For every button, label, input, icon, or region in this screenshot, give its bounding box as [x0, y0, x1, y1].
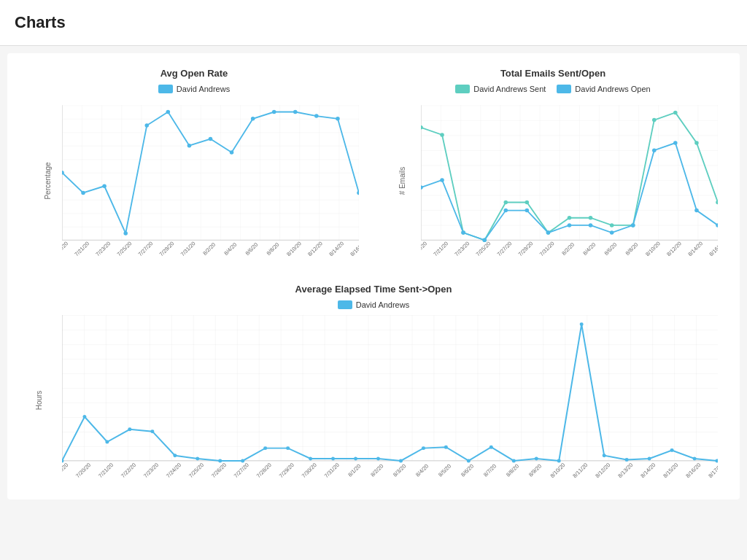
svg-text:8/4/20: 8/4/20: [222, 241, 238, 257]
svg-text:8/2/20: 8/2/20: [369, 463, 384, 478]
svg-text:8/6/20: 8/6/20: [460, 463, 475, 478]
svg-text:7/21/20: 7/21/20: [432, 240, 449, 257]
svg-point-137: [535, 457, 538, 461]
svg-text:8/4/20: 8/4/20: [581, 241, 597, 257]
svg-text:8/14/20: 8/14/20: [686, 240, 704, 257]
svg-point-20: [187, 144, 192, 148]
total-emails-y-label: # Emails: [398, 166, 406, 194]
avg-elapsed-svg: 138.89 125.00 111.11 97.22 83.33 69.44 5…: [62, 315, 718, 483]
svg-text:7/26/20: 7/26/20: [210, 462, 228, 479]
svg-point-78: [546, 230, 551, 235]
legend-item-david-andrews: David Andrews: [158, 85, 230, 93]
legend-color-open: [557, 85, 571, 93]
svg-text:8/3/20: 8/3/20: [392, 463, 407, 478]
svg-text:7/27/20: 7/27/20: [496, 240, 514, 257]
svg-text:7/19/20: 7/19/20: [62, 240, 69, 257]
svg-point-66: [610, 223, 614, 228]
svg-point-131: [399, 459, 403, 462]
svg-point-24: [272, 110, 276, 114]
svg-text:7/30/20: 7/30/20: [301, 462, 318, 479]
avg-open-rate-y-label: Percentage: [44, 162, 52, 199]
svg-text:7/31/20: 7/31/20: [179, 240, 197, 257]
svg-text:7/29/20: 7/29/20: [517, 240, 535, 257]
svg-text:7/25/20: 7/25/20: [187, 462, 205, 479]
svg-point-79: [568, 223, 572, 228]
svg-point-121: [173, 454, 177, 457]
legend-label-elapsed-david: David Andrews: [356, 300, 409, 309]
svg-point-25: [293, 110, 298, 114]
svg-text:8/16/20: 8/16/20: [684, 462, 702, 479]
legend-item-open: David Andrews Open: [557, 85, 650, 93]
avg-open-rate-wrapper: Percentage 100% 90% 80% 70% 60% 50: [62, 99, 359, 262]
svg-point-126: [286, 446, 290, 450]
svg-text:7/19/20: 7/19/20: [62, 462, 69, 479]
legend-item-elapsed-david: David Andrews: [338, 300, 409, 309]
svg-point-64: [568, 216, 572, 220]
svg-rect-0: [62, 105, 359, 240]
svg-text:8/14/20: 8/14/20: [328, 240, 345, 257]
svg-point-68: [652, 118, 657, 122]
legend-color-sent: [455, 85, 470, 93]
svg-point-65: [589, 216, 593, 220]
avg-elapsed-legend: David Andrews: [22, 300, 725, 309]
svg-point-123: [218, 459, 222, 462]
legend-label-david-andrews: David Andrews: [177, 85, 230, 93]
svg-text:8/10/20: 8/10/20: [644, 240, 662, 257]
svg-point-15: [81, 191, 85, 195]
svg-point-61: [503, 201, 508, 205]
avg-open-rate-title: Avg Open Rate: [22, 68, 366, 79]
svg-text:8/8/20: 8/8/20: [624, 241, 640, 257]
svg-point-27: [336, 117, 340, 121]
svg-text:8/13/20: 8/13/20: [616, 462, 634, 479]
svg-point-26: [314, 114, 319, 118]
svg-text:7/28/20: 7/28/20: [255, 462, 273, 479]
avg-elapsed-chart: Average Elapsed Time Sent->Open David An…: [22, 284, 725, 485]
svg-point-133: [444, 446, 448, 449]
svg-text:8/1/20: 8/1/20: [347, 463, 362, 478]
page-title: Charts: [15, 13, 732, 32]
svg-point-85: [694, 209, 699, 213]
svg-text:7/21/20: 7/21/20: [73, 240, 90, 257]
legend-item-sent: David Andrews Sent: [455, 85, 546, 93]
svg-text:7/22/20: 7/22/20: [120, 462, 137, 479]
legend-label-open: David Andrews Open: [575, 85, 650, 93]
svg-point-135: [489, 446, 493, 449]
svg-point-22: [230, 150, 234, 155]
svg-text:8/6/20: 8/6/20: [244, 241, 259, 257]
svg-text:7/23/20: 7/23/20: [453, 240, 471, 257]
svg-text:7/29/20: 7/29/20: [158, 240, 176, 257]
svg-point-142: [648, 457, 651, 461]
avg-elapsed-wrapper: Hours 138.89 125.00 111.11 97.22 83.33 6…: [62, 315, 718, 485]
svg-text:8/8/20: 8/8/20: [505, 463, 520, 478]
svg-text:7/27/20: 7/27/20: [137, 240, 155, 257]
svg-text:8/9/20: 8/9/20: [527, 463, 543, 478]
total-emails-legend: David Andrews Sent David Andrews Open: [381, 85, 725, 93]
svg-text:7/31/20: 7/31/20: [538, 240, 556, 257]
avg-open-rate-chart: Avg Open Rate David Andrews Percentage: [22, 68, 366, 262]
svg-point-140: [603, 454, 606, 457]
svg-text:8/12/20: 8/12/20: [594, 462, 611, 479]
svg-point-130: [376, 457, 380, 461]
svg-text:7/27/20: 7/27/20: [233, 462, 250, 479]
svg-point-132: [422, 446, 425, 450]
svg-text:7/25/20: 7/25/20: [116, 240, 133, 257]
svg-point-82: [631, 223, 635, 228]
svg-text:8/11/20: 8/11/20: [571, 462, 589, 479]
svg-text:8/12/20: 8/12/20: [306, 240, 324, 257]
svg-text:8/17/20: 8/17/20: [707, 462, 718, 479]
svg-point-77: [525, 209, 530, 213]
svg-text:8/6/20: 8/6/20: [603, 241, 618, 257]
svg-point-136: [512, 459, 516, 462]
total-emails-chart: Total Emails Sent/Open David Andrews Sen…: [381, 68, 725, 262]
svg-text:7/29/20: 7/29/20: [278, 462, 295, 479]
svg-point-58: [440, 133, 444, 137]
svg-point-70: [694, 141, 699, 145]
svg-text:7/24/20: 7/24/20: [165, 462, 182, 479]
svg-text:8/5/20: 8/5/20: [437, 463, 452, 478]
legend-label-sent: David Andrews Sent: [473, 85, 546, 93]
svg-text:8/10/20: 8/10/20: [549, 462, 566, 479]
total-emails-wrapper: # Emails 18 16 14 12 10 8 6: [421, 99, 718, 262]
svg-point-84: [673, 141, 678, 145]
avg-elapsed-title: Average Elapsed Time Sent->Open: [22, 284, 725, 295]
svg-text:7/19/20: 7/19/20: [421, 240, 428, 257]
